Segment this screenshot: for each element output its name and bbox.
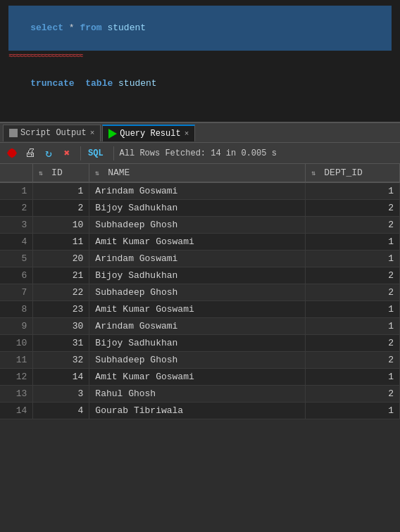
star-operator: * [63, 23, 80, 33]
table-row: 1214Amit Kumar Goswami1 [0, 369, 400, 386]
cell-id: 22 [33, 284, 89, 301]
th-name-label: NAME [108, 167, 130, 178]
cell-dept-id: 1 [306, 251, 400, 267]
cell-dept-id: 1 [306, 403, 400, 419]
tab-bar: Script Output × Query Result × [0, 123, 400, 143]
table-row: 310Subhadeep Ghosh2 [0, 217, 400, 234]
toolbar-divider2 [113, 146, 114, 160]
th-dept-id[interactable]: ⇅ DEPT_ID [306, 164, 400, 182]
result-table: ⇅ ID ⇅ NAME ⇅ DEPT_ID 11Arindam Goswami1… [0, 164, 400, 419]
empty-line3 [36, 93, 42, 103]
cell-row-num: 11 [0, 352, 33, 369]
cell-id: 32 [33, 352, 89, 369]
cell-row-num: 13 [0, 386, 33, 403]
table-row: 22Bijoy Sadhukhan2 [0, 200, 400, 217]
cell-name: Bijoy Sadhukhan [89, 267, 306, 284]
cell-id: 4 [33, 403, 89, 419]
th-row-number [0, 164, 33, 182]
cell-dept-id: 2 [306, 267, 400, 284]
code-editor[interactable]: select * from student ≈≈≈≈≈≈≈≈≈≈≈≈≈≈≈≈≈≈… [0, 0, 400, 123]
cell-name: Arindam Goswami [89, 251, 306, 267]
cell-row-num: 8 [0, 301, 33, 318]
cell-dept-id: 2 [306, 217, 400, 234]
th-id[interactable]: ⇅ ID [33, 164, 89, 182]
cell-name: Arindam Goswami [89, 318, 306, 335]
sort-icon-name: ⇅ [95, 169, 99, 177]
toolbar-divider [80, 146, 81, 160]
cell-dept-id: 2 [306, 335, 400, 352]
cell-row-num: 14 [0, 403, 33, 419]
refresh-icon: ↻ [45, 146, 52, 160]
cell-id: 23 [33, 301, 89, 318]
truncate-line: truncate table student [8, 78, 157, 103]
cell-dept-id: 2 [306, 352, 400, 369]
th-name[interactable]: ⇅ NAME [89, 164, 306, 182]
cell-row-num: 7 [0, 284, 33, 301]
cell-dept-id: 2 [306, 386, 400, 403]
table-row: 144Gourab Tibriwala1 [0, 403, 400, 419]
cell-name: Amit Kumar Goswami [89, 301, 306, 318]
cell-row-num: 5 [0, 251, 33, 267]
table-row: 1031Bijoy Sadhukhan2 [0, 335, 400, 352]
pin-button[interactable] [4, 146, 20, 161]
cell-name: Subhadeep Ghosh [89, 284, 306, 301]
cell-dept-id: 2 [306, 200, 400, 217]
cell-name: Amit Kumar Goswami [89, 369, 306, 386]
table-row: 1132Subhadeep Ghosh2 [0, 352, 400, 369]
refresh-button[interactable]: ↻ [41, 146, 56, 161]
tab-script-close[interactable]: × [90, 129, 95, 137]
table-row: 520Arindam Goswami1 [0, 251, 400, 267]
keyword-table: table [85, 78, 113, 89]
cell-id: 21 [33, 267, 89, 284]
cell-id: 31 [33, 335, 89, 352]
table-header-row: ⇅ ID ⇅ NAME ⇅ DEPT_ID [0, 164, 400, 182]
cell-name: Rahul Ghosh [89, 386, 306, 403]
cell-id: 14 [33, 369, 89, 386]
empty-line2 [25, 93, 30, 103]
cell-name: Bijoy Sadhukhan [89, 200, 306, 217]
pin-icon [7, 148, 17, 158]
tab-query-close[interactable]: × [185, 129, 189, 138]
cell-id: 2 [33, 200, 89, 217]
cell-name: Subhadeep Ghosh [89, 217, 306, 234]
cell-dept-id: 1 [306, 301, 400, 318]
tab-query-label: Query Result [120, 129, 180, 139]
cell-row-num: 10 [0, 335, 33, 352]
cell-dept-id: 1 [306, 182, 400, 200]
fetch-status: All Rows Fetched: 14 in 0.005 s [120, 148, 277, 158]
cell-id: 1 [33, 182, 89, 200]
cell-id: 3 [33, 386, 89, 403]
result-table-container[interactable]: ⇅ ID ⇅ NAME ⇅ DEPT_ID 11Arindam Goswami1… [0, 164, 400, 532]
cell-dept-id: 2 [306, 284, 400, 301]
space [75, 78, 86, 89]
th-id-label: ID [51, 167, 63, 178]
result-toolbar: 🖨 ↻ ✖ SQL All Rows Fetched: 14 in 0.005 … [0, 143, 400, 164]
keyword-from: from [80, 23, 101, 33]
table-name-student2: student [113, 78, 156, 89]
tab-script-label: Script Output [20, 128, 87, 138]
tab-script-output[interactable]: Script Output × [3, 125, 101, 141]
print-button[interactable]: 🖨 [23, 146, 38, 161]
table-row: 621Bijoy Sadhukhan2 [0, 267, 400, 284]
cell-id: 20 [33, 251, 89, 267]
table-body: 11Arindam Goswami122Bijoy Sadhukhan2310S… [0, 182, 400, 419]
cell-dept-id: 1 [306, 369, 400, 386]
cell-row-num: 3 [0, 217, 33, 234]
table-row: 722Subhadeep Ghosh2 [0, 284, 400, 301]
cell-row-num: 4 [0, 234, 33, 251]
th-dept-label: DEPT_ID [324, 167, 363, 178]
sort-icon-id: ⇅ [39, 169, 43, 177]
cell-row-num: 9 [0, 318, 33, 335]
cell-dept-id: 1 [306, 318, 400, 335]
table-name-student: student [102, 23, 146, 33]
stop-button[interactable]: ✖ [59, 146, 75, 161]
print-icon: 🖨 [25, 146, 36, 160]
cell-name: Gourab Tibriwala [89, 403, 306, 419]
keyword-truncate: truncate [30, 78, 74, 89]
cell-name: Bijoy Sadhukhan [89, 335, 306, 352]
cell-name: Amit Kumar Goswami [89, 234, 306, 251]
cell-name: Arindam Goswami [89, 182, 306, 200]
cell-name: Subhadeep Ghosh [89, 352, 306, 369]
cell-id: 11 [33, 234, 89, 251]
tab-query-result[interactable]: Query Result × [102, 125, 195, 141]
